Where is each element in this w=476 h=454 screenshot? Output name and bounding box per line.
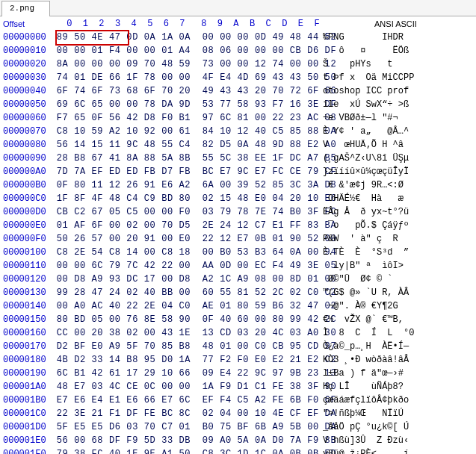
hex-cell[interactable]: 0F 80 11 12 26 91 E6 A2 6A 00 39 52 85 3… <box>55 178 315 192</box>
hex-cell[interactable]: 56 14 15 11 9C 48 55 C4 82 D5 0A 48 9D 8… <box>55 138 315 152</box>
hex-row[interactable]: 000001906C B1 42 61 17 29 10 66 09 E4 22… <box>0 367 476 380</box>
ascii-cell[interactable]: (¸gAŠ^Z‹U\8î ÜŞμ <box>315 152 476 165</box>
hex-row[interactable]: 000001D05F E5 E5 D6 03 70 C7 01 B0 75 BF… <box>0 420 476 434</box>
hex-row[interactable]: 0000008056 14 15 11 9C 48 55 C4 82 D5 0A… <box>0 138 476 152</box>
ascii-cell[interactable]: ly|B" ª ìôI> <box>315 259 476 273</box>
hex-cell[interactable]: 5F E5 E5 D6 03 70 C7 01 B0 75 BF 6B A9 5… <box>55 420 315 434</box>
hex-row[interactable]: 00000100C8 2E 54 C8 14 00 C8 18 00 B0 53… <box>0 246 476 259</box>
offset-cell: 000001C0 <box>0 407 55 420</box>
ascii-cell[interactable]: V hßù]3Û Z Ðzù‹ <box>315 434 476 447</box>
hex-row[interactable]: 0000014000 A0 AC 40 22 2E 04 C0 AE 01 80… <box>0 299 476 313</box>
hex-row[interactable]: 0000000089 50 4E 47 0D 0A 1A 0A 00 00 00… <box>0 31 476 44</box>
hex-row[interactable]: 00000070C8 10 59 A2 10 92 00 61 84 10 12… <box>0 125 476 138</box>
ascii-cell[interactable]: Ø©"Ü Ø¢ © ` <box>315 273 476 286</box>
hex-cell[interactable]: E7 E6 E4 E1 E6 66 E7 6C EF F4 C5 A2 FE 6… <box>55 394 315 407</box>
hex-row[interactable]: 00000170D2 BF E0 A9 5F 70 85 B8 48 01 00… <box>0 340 476 353</box>
hex-row[interactable]: 00000160CC 00 20 38 02 00 43 1E 13 CD 03… <box>0 326 476 340</box>
ascii-cell[interactable]: otoshop ICC prof <box>315 84 476 98</box>
hex-row[interactable]: 0000009028 B8 67 41 8A 88 5A 8B 55 5C 38… <box>0 152 476 165</box>
ascii-cell[interactable]: ile xÚ SwX“÷ >ß <box>315 98 476 111</box>
hex-cell[interactable]: 99 28 47 24 02 40 BB 00 60 55 81 52 2C 0… <box>55 286 315 299</box>
hex-row[interactable]: 000000208A 00 00 00 09 70 48 59 73 00 00… <box>0 57 476 71</box>
hex-cell[interactable]: 56 00 68 DF F9 5D 33 DB 09 A0 5A 0A D0 7… <box>55 434 315 447</box>
hex-cell[interactable]: C8 10 59 A2 10 92 00 61 84 10 12 40 C5 8… <box>55 125 315 138</box>
hex-cell[interactable]: F7 65 0F 56 42 D8 F0 B1 97 6C 81 00 22 2… <box>55 111 315 125</box>
ascii-cell[interactable]: y8ü@ ž¡PÈ< í <box>315 447 476 454</box>
hex-cell[interactable]: CB C2 67 05 C5 00 00 F0 03 79 78 7E 74 B… <box>55 205 315 219</box>
hex-row[interactable]: 000000A07D 7A EF ED ED FB D7 FB BC E7 9C… <box>0 165 476 178</box>
ascii-cell[interactable]: Hç LÎ ùÑÁþ8? <box>315 380 476 394</box>
ascii-cell[interactable]: OHÄÉ½€ Hà æ <box>315 192 476 205</box>
hex-cell[interactable]: 74 01 DE 66 1F 78 00 00 4F E4 4D 69 43 4… <box>55 71 315 84</box>
hex-row[interactable]: 0000013099 28 47 24 02 40 BB 00 60 55 81… <box>0 286 476 299</box>
hex-row[interactable]: 000001E056 00 68 DF F9 5D 33 DB 09 A0 5A… <box>0 434 476 447</box>
hex-cell[interactable]: 22 3E 21 F1 DF FE BC 8C 02 04 00 10 4E C… <box>55 407 315 420</box>
hex-row[interactable]: 000001804B D2 33 14 B8 95 D0 1A 77 F2 F0… <box>0 353 476 367</box>
hex-cell[interactable]: 01 AF 6F 00 02 00 70 D5 2E 24 12 C7 E1 F… <box>55 219 315 232</box>
hex-row[interactable]: 0000005069 6C 65 00 00 78 DA 9D 53 77 58… <box>0 98 476 111</box>
ascii-cell[interactable]: È Y¢ ' a„ @Å…^ <box>315 125 476 138</box>
ascii-cell[interactable]: ËÂg Å ð yx~t°?ü <box>315 205 476 219</box>
hex-row[interactable]: 000001B0E7 E6 E4 E1 E6 66 E7 6C EF F4 C5… <box>0 394 476 407</box>
ascii-cell[interactable]: t Þf x Oä MiCCPP <box>315 71 476 84</box>
ascii-cell[interactable]: ÷e VBØð±—l "#¬ <box>315 111 476 125</box>
ascii-cell[interactable]: _ååÖ pÇ °u¿k©[ Ú <box>315 420 476 434</box>
ascii-cell[interactable]: V œHUÄ‚Õ H ^â <box>315 138 476 152</box>
hex-row[interactable]: 000000D0CB C2 67 05 C5 00 00 F0 03 79 78… <box>0 205 476 219</box>
ascii-cell[interactable]: }zïííû×û¼çœçüÎyÏ <box>315 165 476 178</box>
hex-row[interactable]: 0000003074 01 DE 66 1F 78 00 00 4F E4 4D… <box>0 71 476 84</box>
hex-cell[interactable]: 6F 74 6F 73 68 6F 70 20 49 43 43 20 70 7… <box>55 84 315 98</box>
ascii-cell[interactable]: ô ¤ ËÖß <box>315 44 476 57</box>
hex-cell[interactable]: 50 26 57 00 20 91 00 E0 22 12 E7 0B 01 9… <box>55 232 315 246</box>
hex-row[interactable]: 0000001000 00 01 F4 00 00 01 A4 08 06 00… <box>0 44 476 57</box>
hex-cell[interactable]: 79 38 FC 40 1E 9E A1 50 C8 3C 1D 1C 0A 0… <box>55 447 315 454</box>
offset-cell: 000000D0 <box>0 205 55 219</box>
hex-cell[interactable]: 00 A0 AC 40 22 2E 04 C0 AE 01 80 59 B6 3… <box>55 299 315 313</box>
hex-row[interactable]: 000000E001 AF 6F 00 02 00 70 D5 2E 24 12… <box>0 219 476 232</box>
hex-cell[interactable]: 28 B8 67 41 8A 88 5A 8B 55 5C 38 EE 1F D… <box>55 152 315 165</box>
ascii-cell[interactable]: Ò¿à©_p…¸H ÀË•Í— <box>315 340 476 353</box>
hex-row[interactable]: 000001A048 E7 03 4C CE 0C 00 00 1A F9 D1… <box>0 380 476 394</box>
ascii-cell[interactable]: ‰PNG IHDR <box>315 31 476 44</box>
hex-cell[interactable]: C8 2E 54 C8 14 00 C8 18 00 B0 53 B3 64 0… <box>55 246 315 259</box>
hex-cell[interactable]: 89 50 4E 47 0D 0A 1A 0A 00 00 00 0D 49 4… <box>55 31 315 44</box>
hex-cell[interactable]: 00 00 01 F4 00 00 01 A4 08 06 00 00 00 C… <box>55 44 315 57</box>
hex-cell[interactable]: 00 00 6C 79 7C 42 22 00 AA 0D 00 EC F4 4… <box>55 259 315 273</box>
hex-row[interactable]: 000000406F 74 6F 73 68 6F 70 20 49 43 43… <box>0 84 476 98</box>
ascii-cell[interactable]: l±Ba ) f ä"œ—›# <box>315 367 476 380</box>
file-tab[interactable]: 2.png <box>1 1 50 16</box>
hex-cell[interactable]: 00 D8 A9 93 DC 17 00 D8 A2 1C A9 08 00 8… <box>55 273 315 286</box>
hex-cell[interactable]: D2 BF E0 A9 5F 70 85 B8 48 01 00 C0 CB 9… <box>55 340 315 353</box>
hex-row[interactable]: 000000F050 26 57 00 20 91 00 E0 22 12 E7… <box>0 232 476 246</box>
hex-cell[interactable]: 8A 00 00 00 09 70 48 59 73 00 00 12 74 0… <box>55 57 315 71</box>
hex-row[interactable]: 0000012000 D8 A9 93 DC 17 00 D8 A2 1C A9… <box>0 273 476 286</box>
ascii-cell[interactable]: ">!ñßþ¼Œ NÏïÚ <box>315 407 476 420</box>
hex-cell[interactable]: 69 6C 65 00 00 78 DA 9D 53 77 58 93 F7 1… <box>55 98 315 111</box>
ascii-cell[interactable]: P&W ' à" ç R <box>315 232 476 246</box>
hex-cell[interactable]: CC 00 20 38 02 00 43 1E 13 CD 03 20 4C 0… <box>55 326 315 340</box>
hex-cell[interactable]: 1F 8F 4F 48 C4 C9 BD 80 02 15 48 E0 04 2… <box>55 192 315 205</box>
ascii-cell[interactable]: ™(G$ @» `U R, ÀÂ <box>315 286 476 299</box>
ascii-cell[interactable]: KÒ3 ¸•Ð wòðàâ!âÂ <box>315 353 476 367</box>
hex-cell[interactable]: 7D 7A EF ED ED FB D7 FB BC E7 9C E7 FC C… <box>55 165 315 178</box>
ascii-cell[interactable]: €½ vŽX @` €™B, <box>315 313 476 326</box>
hex-cell[interactable]: 48 E7 03 4C CE 0C 00 00 1A F9 D1 C1 FE 3… <box>55 380 315 394</box>
hex-cell[interactable]: 80 BD 05 00 76 8E 58 90 0F 40 60 00 80 9… <box>55 313 315 326</box>
hex-row[interactable]: 000001F079 38 FC 40 1E 9E A1 50 C8 3C 1D… <box>0 447 476 454</box>
hex-row[interactable]: 000001C022 3E 21 F1 DF FE BC 8C 02 04 00… <box>0 407 476 420</box>
ascii-cell[interactable]: È.TÈ È °S³d ” <box>315 246 476 259</box>
ascii-cell[interactable]: ¯o pÕ.$ Çáÿƒº <box>315 219 476 232</box>
offset-cell: 00000170 <box>0 340 55 353</box>
hex-cell[interactable]: 4B D2 33 14 B8 95 D0 1A 77 F2 F0 E0 E2 2… <box>55 353 315 367</box>
hex-cell[interactable]: 6C B1 42 61 17 29 10 66 09 E4 22 9C 97 9… <box>55 367 315 380</box>
hex-row[interactable]: 000000C01F 8F 4F 48 C4 C9 BD 80 02 15 48… <box>0 192 476 205</box>
ascii-cell[interactable]: Ì 8 C Í L °0 <box>315 326 476 340</box>
hex-row[interactable]: 0000011000 00 6C 79 7C 42 22 00 AA 0D 00… <box>0 259 476 273</box>
hex-row[interactable]: 000000B00F 80 11 12 26 91 E6 A2 6A 00 39… <box>0 178 476 192</box>
ascii-cell[interactable]: Š pHYs t <box>315 57 476 71</box>
ascii-cell[interactable]: € &'æ¢j 9R…<:Ø <box>315 178 476 192</box>
hex-row[interactable]: 00000060F7 65 0F 56 42 D8 F0 B1 97 6C 81… <box>0 111 476 125</box>
hex-row[interactable]: 0000015080 BD 05 00 76 8E 58 90 0F 40 60… <box>0 313 476 326</box>
ascii-cell[interactable]: çæäáæfçlïôÅ¢þkðo <box>315 394 476 407</box>
ascii-cell[interactable]: ¬@". À® €Y¶2G <box>315 299 476 313</box>
